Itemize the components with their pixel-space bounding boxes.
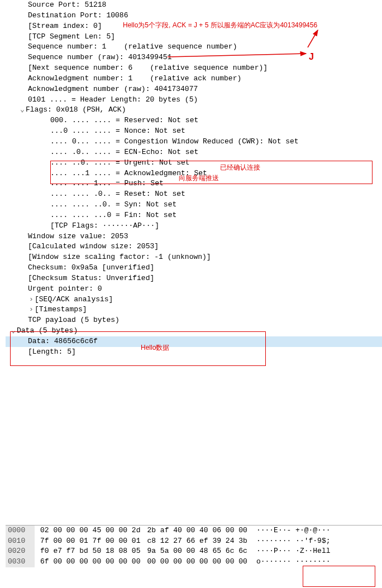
annotation-ack-connected: 已经确认连接 — [220, 163, 260, 172]
field-src-port[interactable]: Source Port: 51218 — [6, 0, 382, 11]
flag-cwr[interactable]: .... 0... .... = Congestion Window Reduc… — [6, 137, 382, 147]
field-win-size[interactable]: Window size value: 2053 — [6, 232, 382, 242]
annotation-hello-data: Hello数据 — [141, 343, 169, 353]
chevron-right-icon[interactable]: › — [28, 295, 35, 305]
field-flags[interactable]: ⌄Flags: 0x018 (PSH, ACK) — [6, 105, 382, 115]
chevron-down-icon[interactable]: ⌄ — [10, 326, 17, 336]
data-section: ⌄Data (5 bytes) Data: 48656c6c6f [Length… — [6, 326, 382, 358]
hex-row[interactable]: 000002 00 00 00 45 00 00 2d2b af 40 00 4… — [6, 526, 382, 536]
packet-tree: Source Port: 51218 Destination Port: 100… — [6, 0, 382, 358]
flag-urg[interactable]: .... ..0. .... = Urgent: Not set — [6, 158, 382, 168]
chevron-right-icon[interactable]: › — [28, 305, 35, 315]
field-next-seq[interactable]: [Next sequence number: 6 (relative seque… — [6, 63, 382, 74]
data-length[interactable]: [Length: 5] — [6, 347, 382, 358]
flag-rst[interactable]: .... .... .0.. = Reset: Not set — [6, 189, 382, 200]
chevron-down-icon[interactable]: ⌄ — [19, 105, 26, 115]
flag-ecn[interactable]: .... .0.. .... = ECN-Echo: Not set — [6, 147, 382, 158]
annotation-letter-j: J — [309, 50, 314, 63]
flag-fin[interactable]: .... .... ...0 = Fin: Not set — [6, 210, 382, 221]
field-seg-len[interactable]: [TCP Segment Len: 5] — [6, 32, 382, 42]
field-ack-raw[interactable]: Acknowledgment number (raw): 4041734077 — [6, 84, 382, 95]
hex-row[interactable]: 00107f 00 00 01 7f 00 00 01c8 12 27 66 e… — [6, 536, 382, 547]
field-tcp-payload[interactable]: TCP payload (5 bytes) — [6, 315, 382, 326]
field-checksum[interactable]: Checksum: 0x9a5a [unverified] — [6, 263, 382, 273]
flags-summary[interactable]: [TCP Flags: ·······AP···] — [6, 221, 382, 232]
hex-pane: 000002 00 00 00 45 00 00 2d2b af 40 00 4… — [6, 525, 382, 567]
field-seq-raw[interactable]: Sequence number (raw): 4013499451 — [6, 52, 382, 63]
flag-reserved[interactable]: 000. .... .... = Reserved: Not set — [6, 115, 382, 126]
field-dst-port[interactable]: Destination Port: 10086 — [6, 11, 382, 21]
field-win-scale[interactable]: [Window size scaling factor: -1 (unknown… — [6, 252, 382, 263]
data-value[interactable]: Data: 48656c6c6f — [6, 336, 382, 347]
hex-row[interactable]: 0020f0 e7 f7 bd 50 18 08 059a 5a 00 00 4… — [6, 546, 382, 557]
field-seq-rel[interactable]: Sequence number: 1 (relative sequence nu… — [6, 42, 382, 52]
hex-row[interactable]: 00306f 00 00 00 00 00 00 0000 00 00 00 0… — [6, 557, 382, 567]
field-header-len[interactable]: 0101 .... = Header Length: 20 bytes (5) — [6, 95, 382, 105]
data-title[interactable]: ⌄Data (5 bytes) — [6, 326, 382, 336]
flag-nonce[interactable]: ...0 .... .... = Nonce: Not set — [6, 126, 382, 137]
annotation-hello-note: Hello为5个字段, ACK = J + 5 所以服务端的AC应该为40134… — [123, 21, 317, 30]
field-ack-rel[interactable]: Acknowledgment number: 1 (relative ack n… — [6, 74, 382, 84]
field-win-calc[interactable]: [Calculated window size: 2053] — [6, 242, 382, 252]
field-checksum-status[interactable]: [Checksum Status: Unverified] — [6, 273, 382, 284]
field-timestamps[interactable]: ›[Timestamps] — [6, 305, 382, 315]
field-urgent-ptr[interactable]: Urgent pointer: 0 — [6, 284, 382, 295]
annotation-push-server: 向服务端推送 — [179, 173, 219, 183]
flag-syn[interactable]: .... .... ..0. = Syn: Not set — [6, 200, 382, 210]
field-seqack-analysis[interactable]: ›[SEQ/ACK analysis] — [6, 295, 382, 305]
